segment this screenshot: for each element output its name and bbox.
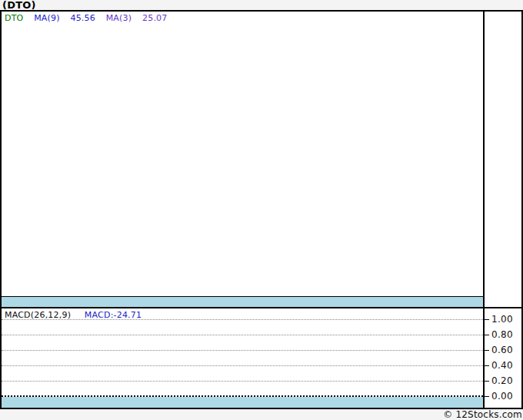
macd-gridline <box>2 381 483 382</box>
macd-gridline <box>2 365 483 366</box>
y-tick-label: 0.40 <box>491 360 522 371</box>
y-tick-label: 0.60 <box>491 345 522 355</box>
stock-chart-page: { "title": "(DTO)", "footer": { "credit"… <box>0 0 523 420</box>
chart-frame: DTO MA(9) 45.56 MA(3) 25.07 MACD(26,12,9… <box>0 10 523 409</box>
page-title: (DTO) <box>2 0 36 11</box>
y-tick-label: 0.20 <box>491 375 522 386</box>
macd-gridline <box>2 319 483 320</box>
macd-gridline <box>2 350 483 351</box>
y-axis-divider <box>483 12 485 408</box>
axis-tick <box>483 365 489 366</box>
ma9-value: 45.56 <box>70 13 95 23</box>
axis-tick <box>483 350 489 351</box>
price-pane-legend: DTO MA(9) 45.56 MA(3) 25.07 <box>5 13 167 23</box>
axis-tick <box>483 319 489 320</box>
macd-pane-date-band <box>2 397 483 408</box>
y-tick-label: 1.00 <box>491 314 522 325</box>
axis-tick <box>483 381 489 382</box>
y-tick-label: 0.80 <box>491 329 522 340</box>
macd-gridline <box>2 335 483 335</box>
ma3-label: MA(3) <box>106 13 132 23</box>
y-tick-label: 0.00 <box>491 391 522 402</box>
axis-tick <box>483 396 489 397</box>
ma9-label: MA(9) <box>34 13 60 23</box>
price-pane-date-band <box>2 297 483 307</box>
site-credit: © 12Stocks.com <box>443 409 522 420</box>
ticker-label: DTO <box>5 13 23 23</box>
macd-pane-separator <box>2 307 521 308</box>
ma3-value: 25.07 <box>142 13 168 23</box>
axis-tick <box>483 335 489 335</box>
